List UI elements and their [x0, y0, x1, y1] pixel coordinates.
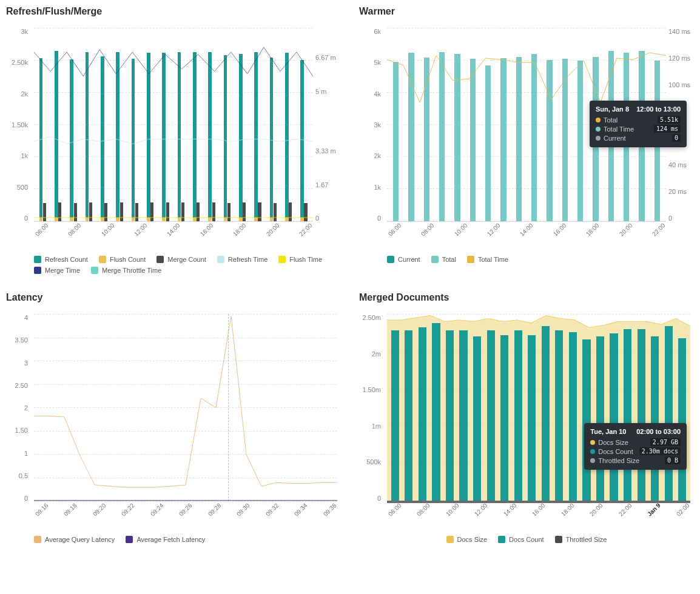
legend-item[interactable]: Total Time	[467, 256, 508, 263]
x-axis: 06:0008:0010:0012:0014:0016:0018:0020:00…	[34, 225, 313, 252]
y-axis-left: 43.5032.5021.5010.50	[6, 314, 32, 502]
panel-title: Warmer	[359, 6, 694, 17]
chart-latency[interactable]: 43.5032.5021.5010.50 09:1609:1809:2009:2…	[6, 308, 341, 532]
plot-area	[34, 28, 313, 222]
plot-area	[34, 314, 337, 502]
panel-latency: Latency 43.5032.5021.5010.50 09:1609:180…	[6, 292, 341, 543]
panel-title: Latency	[6, 292, 341, 303]
panel-title: Refresh/Flush/Merge	[6, 6, 341, 17]
y-axis-left: 3k2.50k2k1.50k1k5000	[6, 28, 32, 222]
y-axis-left: 6k5k4k3k2k1k0	[359, 28, 385, 222]
chart-merged[interactable]: 2.50m2m1.50m1m500k0 Tue, Jan 1002:00 to …	[359, 308, 694, 532]
legend: Average Query LatencyAverage Fetch Laten…	[6, 536, 341, 543]
legend-item[interactable]: Docs Size	[446, 536, 488, 543]
legend-item[interactable]: Refresh Count	[34, 256, 88, 263]
panel-title: Merged Documents	[359, 292, 694, 303]
legend: Docs SizeDocs CountThrottled Size	[359, 536, 694, 543]
plot-area: Tue, Jan 1002:00 to 03:00 Docs Size2.97 …	[387, 314, 690, 502]
legend-item[interactable]: Refresh Time	[217, 256, 268, 263]
chart-rfm[interactable]: 3k2.50k2k1.50k1k5000 6.67 m5 m3.33 m1.67…	[6, 22, 341, 252]
panel-refresh-flush-merge: Refresh/Flush/Merge 3k2.50k2k1.50k1k5000…	[6, 6, 341, 274]
legend-item[interactable]: Current	[387, 256, 420, 263]
tooltip: Sun, Jan 812:00 to 13:00 Total5.51kTotal…	[590, 101, 687, 147]
y-axis-right: 6.67 m5 m3.33 m1.670	[313, 28, 341, 222]
legend-item[interactable]: Merge Time	[34, 267, 80, 274]
legend: Refresh CountFlush CountMerge CountRefre…	[6, 256, 341, 274]
legend-item[interactable]: Merge Throttle Time	[91, 267, 161, 274]
legend-item[interactable]: Total	[431, 256, 456, 263]
legend-item[interactable]: Flush Count	[99, 256, 146, 263]
tooltip: Tue, Jan 1002:00 to 03:00 Docs Size2.97 …	[584, 423, 687, 470]
x-axis: 09:1609:1809:2009:2209:2409:2609:2809:30…	[34, 506, 337, 532]
panel-merged-documents: Merged Documents 2.50m2m1.50m1m500k0 Tue…	[359, 292, 694, 543]
legend-item[interactable]: Flush Time	[278, 256, 322, 263]
legend-item[interactable]: Merge Count	[156, 256, 206, 263]
x-axis: 06:0008:0010:0012:0014:0016:0018:0020:00…	[387, 506, 690, 532]
legend-item[interactable]: Throttled Size	[555, 536, 607, 543]
legend-item[interactable]: Docs Count	[498, 536, 544, 543]
legend: CurrentTotalTotal Time	[359, 256, 694, 263]
throttled-baseline	[387, 501, 690, 503]
x-axis: 06:0008:0010:0012:0014:0016:0018:0020:00…	[387, 225, 666, 252]
chart-warmer[interactable]: 6k5k4k3k2k1k0 140 ms120 ms100 ms80 ms60 …	[359, 22, 694, 252]
plot-area: Sun, Jan 812:00 to 13:00 Total5.51kTotal…	[387, 28, 666, 222]
legend-item[interactable]: Average Query Latency	[34, 536, 115, 543]
legend-item[interactable]: Average Fetch Latency	[126, 536, 205, 543]
y-axis-left: 2.50m2m1.50m1m500k0	[359, 314, 385, 502]
panel-warmer: Warmer 6k5k4k3k2k1k0 140 ms120 ms100 ms8…	[359, 6, 694, 274]
